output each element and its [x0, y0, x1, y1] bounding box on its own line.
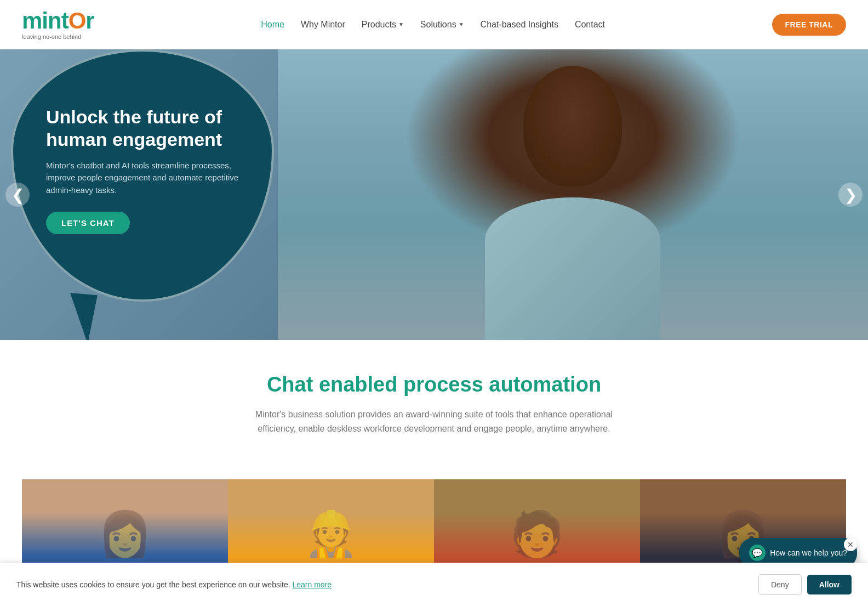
logo-tagline: leaving no-one behind [22, 33, 94, 40]
hero-subtitle: Mintor's chatbot and AI tools streamline… [46, 160, 239, 197]
solutions-dropdown-icon: ▼ [459, 21, 464, 27]
lets-chat-button[interactable]: LET'S CHAT [46, 212, 130, 234]
navbar: mintOr leaving no-one behind Home Why Mi… [0, 0, 868, 49]
free-trial-button[interactable]: FREE TRIAL [772, 14, 846, 36]
cookie-banner: This website uses cookies to ensure you … [0, 563, 868, 589]
cookie-deny-button[interactable]: Deny [758, 574, 802, 589]
nav-solutions[interactable]: Solutions ▼ [420, 20, 464, 30]
nav-products[interactable]: Products ▼ [362, 20, 404, 30]
nav-chat-insights[interactable]: Chat-based Insights [481, 20, 558, 30]
logo-text: mintOr [22, 9, 94, 32]
hero-image [278, 49, 868, 340]
products-dropdown-icon: ▼ [398, 21, 404, 27]
section-main-description: Mintor's business solution provides an a… [242, 407, 626, 435]
nav-home[interactable]: Home [261, 20, 284, 30]
hero-title: Unlock the future of human engagement [46, 106, 239, 151]
nav-links: Home Why Mintor Products ▼ Solutions ▼ C… [261, 20, 605, 30]
nav-contact[interactable]: Contact [575, 20, 605, 30]
carousel-next-button[interactable]: ❯ [838, 183, 863, 207]
cookie-buttons: Deny Allow [758, 574, 852, 589]
chat-close-button[interactable]: ✕ [844, 538, 857, 551]
carousel-prev-button[interactable]: ❮ [5, 183, 30, 207]
hero-sweater [485, 197, 660, 340]
hero-face [523, 66, 622, 186]
cookie-learn-more-link[interactable]: Learn more [293, 580, 332, 589]
logo[interactable]: mintOr leaving no-one behind [22, 9, 94, 40]
chat-widget-text: How can we help you? [770, 548, 847, 557]
cookie-allow-button[interactable]: Allow [807, 575, 852, 589]
section-main-title: Chat enabled process automation [22, 373, 846, 397]
hero-photo-inner [278, 49, 868, 340]
chat-automation-section: Chat enabled process automation Mintor's… [0, 340, 868, 479]
chat-widget-icon: 💬 [749, 545, 766, 561]
cookie-message-area: This website uses cookies to ensure you … [16, 580, 332, 589]
cookie-message: This website uses cookies to ensure you … [16, 580, 290, 589]
nav-why-mintor[interactable]: Why Mintor [301, 20, 345, 30]
hero-section: Unlock the future of human engagement Mi… [0, 49, 868, 340]
